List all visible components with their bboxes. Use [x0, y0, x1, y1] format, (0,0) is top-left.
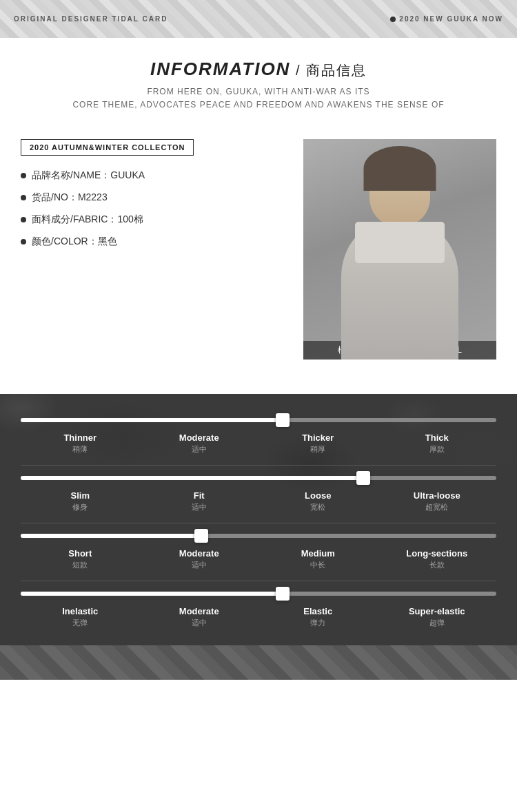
info-subtitle: FROM HERE ON, GUUKA, WITH ANTI-WAR AS IT… — [14, 85, 503, 112]
slider-section: Thinner 稍薄 Moderate 适中 Thicker 稍厚 Thick … — [0, 394, 517, 645]
length-slider-row: Short 短款 Moderate 适中 Medium 中长 Long-sect… — [0, 523, 517, 581]
model-photo: 模特身高185 体重60KG 推荐：XL — [303, 139, 496, 360]
label-fit: Fit 适中 — [140, 490, 259, 512]
label-medium: Medium 中长 — [258, 548, 378, 570]
label-super-elastic: Super-elastic 超弹 — [378, 606, 497, 628]
label-moderate-2: Moderate 适中 — [140, 548, 259, 570]
dot-icon — [390, 17, 396, 22]
banner-left-text: ORIGINAL DESIGNER TIDAL CARD — [14, 15, 168, 23]
information-section: INFORMATION / 商品信息 FROM HERE ON, GUUKA, … — [0, 38, 517, 125]
label-slim: Slim 修身 — [21, 490, 140, 512]
list-item: 颜色/COLOR：黑色 — [21, 236, 290, 248]
product-info: 2020 AUTUMN&WINTER COLLECTON 品牌名称/NAME：G… — [21, 139, 290, 258]
bottom-banner — [0, 645, 517, 680]
label-long-sections: Long-sections 长款 — [378, 548, 497, 570]
banner-right-text: 2020 NEW GUUKA NOW — [390, 15, 503, 23]
thickness-labels: Thinner 稍薄 Moderate 适中 Thicker 稍厚 Thick … — [21, 433, 496, 461]
thickness-slider-row: Thinner 稍薄 Moderate 适中 Thicker 稍厚 Thick … — [0, 408, 517, 465]
label-elastic: Elastic 弹力 — [258, 606, 378, 628]
collection-badge: 2020 AUTUMN&WINTER COLLECTON — [21, 139, 194, 156]
elasticity-fill — [21, 592, 283, 596]
label-moderate-1: Moderate 适中 — [140, 433, 259, 455]
list-item: 货品/NO：M2223 — [21, 191, 290, 204]
length-track[interactable] — [21, 534, 496, 538]
elasticity-labels: Inelastic 无弹 Moderate 适中 Elastic 弹力 Supe… — [21, 606, 496, 635]
elasticity-track[interactable] — [21, 592, 496, 596]
elasticity-thumb[interactable] — [276, 587, 290, 601]
info-title: INFORMATION / 商品信息 — [14, 59, 503, 80]
fit-slider-row: Slim 修身 Fit 适中 Loose 宽松 Ultra-loose 超宽松 — [0, 466, 517, 523]
label-thicker: Thicker 稍厚 — [258, 433, 378, 455]
list-item: 品牌名称/NAME：GUUKA — [21, 169, 290, 182]
thickness-thumb[interactable] — [276, 413, 290, 427]
label-inelastic: Inelastic 无弹 — [21, 606, 140, 628]
label-thick: Thick 厚款 — [378, 433, 497, 455]
length-fill — [21, 534, 201, 538]
product-area: 2020 AUTUMN&WINTER COLLECTON 品牌名称/NAME：G… — [0, 125, 517, 373]
fit-track[interactable] — [21, 476, 496, 480]
label-thinner: Thinner 稍薄 — [21, 433, 140, 455]
elasticity-slider-row: Inelastic 无弹 Moderate 适中 Elastic 弹力 Supe… — [0, 581, 517, 638]
thickness-fill — [21, 418, 283, 422]
fit-labels: Slim 修身 Fit 适中 Loose 宽松 Ultra-loose 超宽松 — [21, 490, 496, 519]
thickness-track[interactable] — [21, 418, 496, 422]
list-item: 面料成分/FABRIC：100棉 — [21, 214, 290, 226]
length-thumb[interactable] — [194, 529, 208, 543]
label-short: Short 短款 — [21, 548, 140, 570]
label-moderate-3: Moderate 适中 — [140, 606, 259, 628]
fit-fill — [21, 476, 363, 480]
label-ultra-loose: Ultra-loose 超宽松 — [378, 490, 497, 512]
label-loose: Loose 宽松 — [258, 490, 378, 512]
product-details-list: 品牌名称/NAME：GUUKA 货品/NO：M2223 面料成分/FABRIC：… — [21, 169, 290, 248]
model-photo-container: 模特身高185 体重60KG 推荐：XL — [303, 139, 496, 360]
top-banner: ORIGINAL DESIGNER TIDAL CARD 2020 NEW GU… — [0, 0, 517, 38]
fit-thumb[interactable] — [356, 471, 370, 485]
length-labels: Short 短款 Moderate 适中 Medium 中长 Long-sect… — [21, 548, 496, 577]
